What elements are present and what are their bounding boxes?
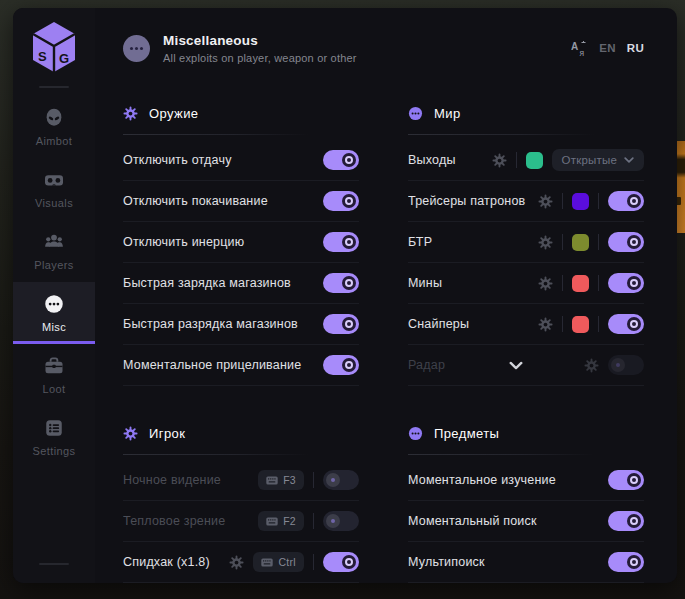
hotkey-label: F2 (283, 515, 296, 527)
gear-icon[interactable] (538, 276, 553, 291)
translate-icon[interactable] (571, 40, 588, 57)
feature-row: БТР (408, 222, 644, 263)
toggle-switch[interactable] (608, 314, 644, 334)
toggle-switch[interactable] (323, 552, 359, 572)
feature-label: Отключить отдачу (123, 153, 323, 167)
page-title: Miscellaneous (163, 33, 357, 48)
main-panel: Miscellaneous All exploits on player, we… (95, 8, 677, 583)
feature-label: БТР (408, 235, 538, 249)
section-world: Мир Выходы Открытые (408, 100, 644, 386)
hotkey-label: Ctrl (278, 556, 296, 568)
sidebar-divider-top (39, 86, 69, 88)
toggle-switch[interactable] (323, 314, 359, 334)
feature-label: Выходы (408, 153, 492, 167)
feature-row: Трейсеры патронов (408, 181, 644, 222)
color-swatch[interactable] (572, 193, 589, 210)
feature-row: Моментальное прицеливание (123, 345, 359, 386)
color-swatch[interactable] (572, 234, 589, 251)
sidebar-item-label: Loot (42, 383, 65, 395)
gear-icon[interactable] (584, 358, 599, 373)
gear-icon[interactable] (538, 317, 553, 332)
feature-row: Тепловое зрение F2 (123, 501, 359, 542)
separator (562, 316, 563, 332)
toggle-switch[interactable] (608, 232, 644, 252)
toggle-switch[interactable] (323, 232, 359, 252)
ellipsis-circle-icon (123, 35, 150, 62)
separator (313, 472, 314, 488)
toggle-switch[interactable] (323, 511, 359, 531)
color-swatch[interactable] (572, 275, 589, 292)
section-divider (408, 134, 594, 135)
feature-label: Моментальный поиск (408, 514, 608, 528)
section-header: Мир (408, 100, 644, 126)
vr-goggles-icon (44, 170, 64, 190)
section-title: Мир (434, 106, 461, 121)
gear-icon[interactable] (538, 194, 553, 209)
sidebar-item-visuals[interactable]: Visuals (13, 158, 95, 220)
hotkey-label: F3 (283, 474, 296, 486)
feature-row: Выходы Открытые (408, 140, 644, 181)
separator (562, 193, 563, 209)
toggle-switch[interactable] (323, 150, 359, 170)
section-weapon: Оружие Отключить отдачу Отключить покачи… (123, 100, 359, 386)
feature-row: Снайперы (408, 304, 644, 345)
lang-en-button[interactable]: EN (599, 42, 616, 54)
gear-icon[interactable] (492, 153, 507, 168)
toggle-switch[interactable] (608, 552, 644, 572)
toggle-switch[interactable] (323, 355, 359, 375)
section-title: Предметы (434, 426, 499, 441)
feature-row: Мины (408, 263, 644, 304)
toggle-switch[interactable] (608, 511, 644, 531)
gear-icon[interactable] (538, 235, 553, 250)
hotkey-badge[interactable]: Ctrl (253, 552, 304, 572)
keyboard-icon (266, 517, 278, 526)
feature-label: Моментальное изучение (408, 473, 608, 487)
toggle-switch[interactable] (608, 470, 644, 490)
chevron-down-icon[interactable] (509, 361, 523, 370)
sidebar-item-settings[interactable]: Settings (13, 406, 95, 468)
toggle-switch[interactable] (608, 273, 644, 293)
ellipsis-circle-icon (408, 106, 423, 121)
section-divider (408, 454, 594, 455)
people-icon (44, 232, 64, 252)
section-title: Игрок (149, 426, 185, 441)
sidebar-item-misc[interactable]: Misc (13, 282, 95, 344)
lang-ru-button[interactable]: RU (627, 42, 644, 54)
ellipsis-circle-icon (44, 294, 64, 314)
sidebar-item-loot[interactable]: Loot (13, 344, 95, 406)
header-text: Miscellaneous All exploits on player, we… (163, 33, 357, 64)
color-swatch[interactable] (572, 316, 589, 333)
toggle-switch[interactable] (323, 273, 359, 293)
keyboard-icon (266, 476, 278, 485)
section-divider (123, 134, 309, 135)
toggle-switch[interactable] (323, 191, 359, 211)
sidebar-item-players[interactable]: Players (13, 220, 95, 282)
feature-label: Быстрая разрядка магазинов (123, 317, 323, 331)
section-title: Оружие (149, 106, 198, 121)
toggle-switch[interactable] (323, 470, 359, 490)
feature-row: Мультипоиск (408, 542, 644, 583)
keyboard-icon (261, 558, 273, 567)
hotkey-badge[interactable]: F3 (258, 470, 304, 490)
color-swatch[interactable] (526, 152, 543, 169)
section-header: Оружие (123, 100, 359, 126)
gear-icon (123, 106, 138, 121)
feature-row: Отключить инерцию (123, 222, 359, 263)
hotkey-badge[interactable]: F2 (258, 511, 304, 531)
gear-icon (123, 426, 138, 441)
feature-label: Мины (408, 276, 538, 290)
feature-row: Отключить покачивание (123, 181, 359, 222)
feature-label: Спидхак (x1.8) (123, 555, 229, 569)
toggle-switch[interactable] (608, 355, 644, 375)
feature-row-radar: Радар (408, 345, 644, 386)
section-header: Предметы (408, 420, 644, 446)
exits-dropdown[interactable]: Открытые (552, 149, 644, 171)
toggle-switch[interactable] (608, 191, 644, 211)
separator (598, 193, 599, 209)
sidebar-item-aimbot[interactable]: Aimbot (13, 96, 95, 158)
dropdown-value: Открытые (562, 154, 617, 166)
gear-icon[interactable] (229, 555, 244, 570)
sidebar-item-label: Settings (33, 445, 76, 457)
sidebar: Aimbot Visuals Players Misc Loot Setting… (13, 8, 95, 583)
feature-row: Ночное видение F3 (123, 460, 359, 501)
